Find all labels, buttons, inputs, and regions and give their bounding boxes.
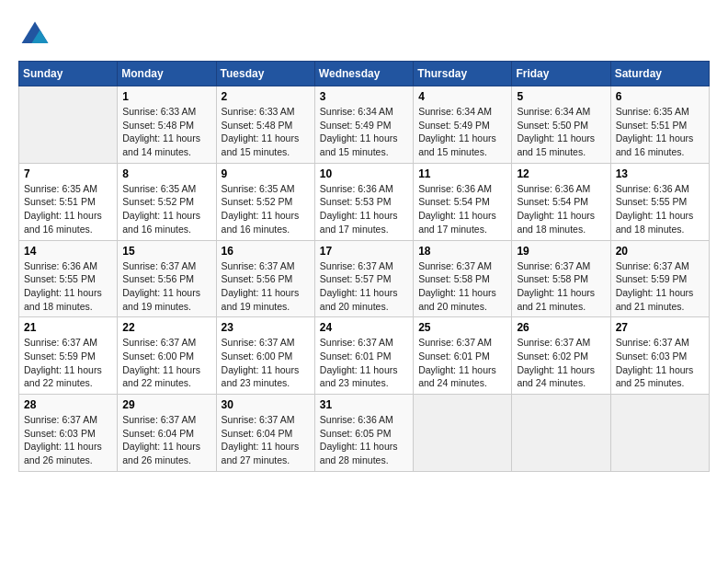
day-info: Sunrise: 6:35 AMSunset: 5:51 PMDaylight:… — [24, 182, 112, 236]
calendar-week-row: 21Sunrise: 6:37 AMSunset: 5:59 PMDayligh… — [19, 317, 710, 395]
day-info: Sunrise: 6:33 AMSunset: 5:48 PMDaylight:… — [122, 105, 210, 159]
calendar-cell — [414, 395, 512, 472]
weekday-header-friday: Friday — [512, 62, 610, 86]
weekday-header-wednesday: Wednesday — [314, 62, 413, 86]
day-info: Sunrise: 6:34 AMSunset: 5:49 PMDaylight:… — [320, 105, 408, 159]
calendar-cell: 15Sunrise: 6:37 AMSunset: 5:56 PMDayligh… — [118, 240, 216, 317]
calendar-cell: 17Sunrise: 6:37 AMSunset: 5:57 PMDayligh… — [314, 240, 413, 317]
day-info: Sunrise: 6:36 AMSunset: 5:54 PMDaylight:… — [517, 182, 605, 236]
calendar-cell: 7Sunrise: 6:35 AMSunset: 5:51 PMDaylight… — [19, 163, 118, 240]
day-info: Sunrise: 6:36 AMSunset: 5:54 PMDaylight:… — [418, 182, 506, 236]
day-number: 28 — [24, 398, 112, 411]
day-number: 2 — [222, 90, 310, 103]
calendar-cell: 6Sunrise: 6:35 AMSunset: 5:51 PMDaylight… — [610, 86, 709, 164]
calendar-cell: 1Sunrise: 6:33 AMSunset: 5:48 PMDaylight… — [118, 86, 216, 164]
calendar-week-row: 28Sunrise: 6:37 AMSunset: 6:03 PMDayligh… — [19, 395, 710, 472]
day-info: Sunrise: 6:37 AMSunset: 6:01 PMDaylight:… — [320, 336, 408, 390]
day-info: Sunrise: 6:37 AMSunset: 6:00 PMDaylight:… — [122, 336, 210, 390]
day-number: 31 — [320, 398, 408, 411]
day-info: Sunrise: 6:37 AMSunset: 6:01 PMDaylight:… — [418, 336, 506, 390]
weekday-header-row: SundayMondayTuesdayWednesdayThursdayFrid… — [19, 62, 710, 86]
logo — [18, 18, 55, 52]
day-number: 29 — [122, 398, 210, 411]
day-number: 27 — [616, 321, 704, 334]
day-number: 8 — [122, 167, 210, 180]
day-info: Sunrise: 6:35 AMSunset: 5:52 PMDaylight:… — [222, 182, 310, 236]
calendar-cell: 28Sunrise: 6:37 AMSunset: 6:03 PMDayligh… — [19, 395, 118, 472]
calendar-cell — [610, 395, 709, 472]
day-info: Sunrise: 6:36 AMSunset: 5:53 PMDaylight:… — [320, 182, 408, 236]
calendar-table: SundayMondayTuesdayWednesdayThursdayFrid… — [18, 61, 710, 472]
calendar-cell: 18Sunrise: 6:37 AMSunset: 5:58 PMDayligh… — [414, 240, 512, 317]
day-number: 26 — [517, 321, 605, 334]
day-number: 22 — [122, 321, 210, 334]
calendar-cell: 13Sunrise: 6:36 AMSunset: 5:55 PMDayligh… — [610, 163, 709, 240]
day-info: Sunrise: 6:37 AMSunset: 6:02 PMDaylight:… — [517, 336, 605, 390]
logo-icon — [18, 18, 51, 52]
day-number: 17 — [320, 245, 408, 258]
calendar-cell: 11Sunrise: 6:36 AMSunset: 5:54 PMDayligh… — [414, 163, 512, 240]
day-info: Sunrise: 6:36 AMSunset: 6:05 PMDaylight:… — [320, 413, 408, 467]
day-number: 11 — [418, 167, 506, 180]
calendar-week-row: 1Sunrise: 6:33 AMSunset: 5:48 PMDaylight… — [19, 86, 710, 164]
day-number: 21 — [24, 321, 112, 334]
day-number: 9 — [222, 167, 310, 180]
day-info: Sunrise: 6:37 AMSunset: 5:56 PMDaylight:… — [222, 259, 310, 314]
calendar-cell: 19Sunrise: 6:37 AMSunset: 5:58 PMDayligh… — [512, 240, 610, 317]
calendar-cell: 23Sunrise: 6:37 AMSunset: 6:00 PMDayligh… — [216, 317, 314, 395]
calendar-cell: 8Sunrise: 6:35 AMSunset: 5:52 PMDaylight… — [118, 163, 216, 240]
calendar-cell: 29Sunrise: 6:37 AMSunset: 6:04 PMDayligh… — [118, 395, 216, 472]
calendar-cell: 22Sunrise: 6:37 AMSunset: 6:00 PMDayligh… — [118, 317, 216, 395]
day-info: Sunrise: 6:37 AMSunset: 5:59 PMDaylight:… — [616, 259, 704, 314]
day-info: Sunrise: 6:37 AMSunset: 6:03 PMDaylight:… — [24, 413, 112, 467]
calendar-cell: 26Sunrise: 6:37 AMSunset: 6:02 PMDayligh… — [512, 317, 610, 395]
calendar-cell: 16Sunrise: 6:37 AMSunset: 5:56 PMDayligh… — [216, 240, 314, 317]
day-number: 13 — [616, 167, 704, 180]
day-number: 1 — [122, 90, 210, 103]
page-header — [18, 18, 710, 52]
day-info: Sunrise: 6:33 AMSunset: 5:48 PMDaylight:… — [222, 105, 310, 159]
calendar-cell: 27Sunrise: 6:37 AMSunset: 6:03 PMDayligh… — [610, 317, 709, 395]
calendar-cell: 21Sunrise: 6:37 AMSunset: 5:59 PMDayligh… — [19, 317, 118, 395]
day-info: Sunrise: 6:37 AMSunset: 5:58 PMDaylight:… — [418, 259, 506, 314]
calendar-cell: 14Sunrise: 6:36 AMSunset: 5:55 PMDayligh… — [19, 240, 118, 317]
calendar-cell: 30Sunrise: 6:37 AMSunset: 6:04 PMDayligh… — [216, 395, 314, 472]
day-number: 18 — [418, 245, 506, 258]
day-info: Sunrise: 6:37 AMSunset: 6:04 PMDaylight:… — [122, 413, 210, 467]
calendar-cell: 24Sunrise: 6:37 AMSunset: 6:01 PMDayligh… — [314, 317, 413, 395]
calendar-cell — [19, 86, 118, 164]
day-info: Sunrise: 6:36 AMSunset: 5:55 PMDaylight:… — [24, 259, 112, 314]
day-info: Sunrise: 6:37 AMSunset: 5:59 PMDaylight:… — [24, 336, 112, 390]
day-number: 5 — [517, 90, 605, 103]
weekday-header-monday: Monday — [118, 62, 216, 86]
day-number: 30 — [222, 398, 310, 411]
calendar-cell — [512, 395, 610, 472]
day-number: 23 — [222, 321, 310, 334]
calendar-cell: 5Sunrise: 6:34 AMSunset: 5:50 PMDaylight… — [512, 86, 610, 164]
day-number: 16 — [222, 245, 310, 258]
day-info: Sunrise: 6:36 AMSunset: 5:55 PMDaylight:… — [616, 182, 704, 236]
day-number: 10 — [320, 167, 408, 180]
calendar-cell: 31Sunrise: 6:36 AMSunset: 6:05 PMDayligh… — [314, 395, 413, 472]
day-info: Sunrise: 6:35 AMSunset: 5:51 PMDaylight:… — [616, 105, 704, 159]
calendar-cell: 20Sunrise: 6:37 AMSunset: 5:59 PMDayligh… — [610, 240, 709, 317]
day-number: 3 — [320, 90, 408, 103]
calendar-cell: 25Sunrise: 6:37 AMSunset: 6:01 PMDayligh… — [414, 317, 512, 395]
day-info: Sunrise: 6:37 AMSunset: 6:03 PMDaylight:… — [616, 336, 704, 390]
day-info: Sunrise: 6:35 AMSunset: 5:52 PMDaylight:… — [122, 182, 210, 236]
day-number: 25 — [418, 321, 506, 334]
day-info: Sunrise: 6:37 AMSunset: 5:56 PMDaylight:… — [122, 259, 210, 314]
day-number: 19 — [517, 245, 605, 258]
day-info: Sunrise: 6:37 AMSunset: 5:57 PMDaylight:… — [320, 259, 408, 314]
day-number: 12 — [517, 167, 605, 180]
weekday-header-sunday: Sunday — [19, 62, 118, 86]
calendar-cell: 4Sunrise: 6:34 AMSunset: 5:49 PMDaylight… — [414, 86, 512, 164]
weekday-header-thursday: Thursday — [414, 62, 512, 86]
day-number: 20 — [616, 245, 704, 258]
day-info: Sunrise: 6:37 AMSunset: 6:04 PMDaylight:… — [222, 413, 310, 467]
day-number: 15 — [122, 245, 210, 258]
day-number: 24 — [320, 321, 408, 334]
day-number: 7 — [24, 167, 112, 180]
calendar-week-row: 7Sunrise: 6:35 AMSunset: 5:51 PMDaylight… — [19, 163, 710, 240]
calendar-cell: 12Sunrise: 6:36 AMSunset: 5:54 PMDayligh… — [512, 163, 610, 240]
